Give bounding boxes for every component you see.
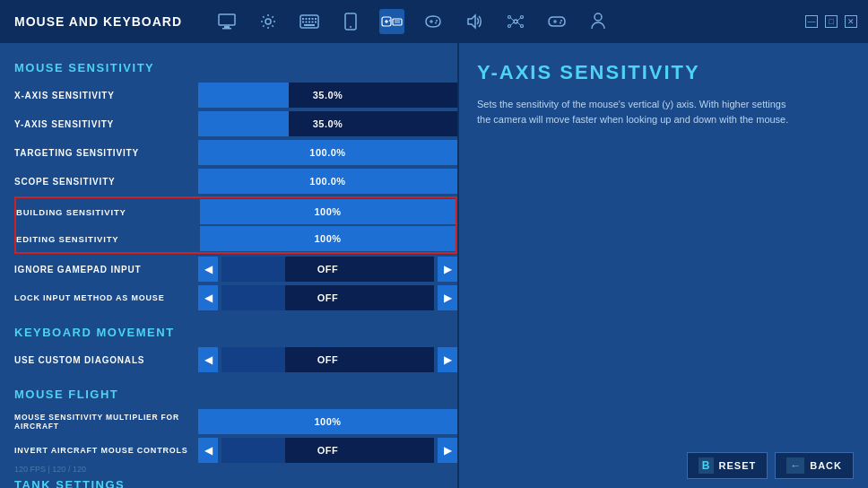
main-content: MOUSE SENSITIVITY X-AXIS SENSITIVITY 35.… bbox=[0, 43, 868, 488]
right-panel: Y-AXIS SENSITIVITY Sets the sensitivity … bbox=[457, 43, 868, 488]
svg-point-21 bbox=[389, 20, 391, 22]
svg-point-41 bbox=[560, 20, 562, 22]
svg-point-43 bbox=[595, 13, 602, 21]
custom-diag-value: OFF bbox=[221, 354, 434, 365]
mouse-flight-title: MOUSE FLIGHT bbox=[14, 388, 457, 401]
custom-diag-toggle: ◀ OFF ▶ bbox=[198, 347, 457, 372]
phone-icon[interactable] bbox=[338, 9, 363, 34]
sensitivity-aircraft-label: MOUSE SENSITIVITY MULTIPLIER FOR AIRCRAF… bbox=[14, 413, 198, 431]
ignore-gamepad-right-arrow[interactable]: ▶ bbox=[438, 257, 457, 282]
volume-icon[interactable] bbox=[462, 9, 487, 34]
gear-icon[interactable] bbox=[256, 9, 281, 34]
custom-diag-right-arrow[interactable]: ▶ bbox=[438, 347, 457, 372]
editing-slider[interactable]: 100% bbox=[200, 226, 456, 251]
svg-point-30 bbox=[514, 20, 517, 23]
minimize-button[interactable]: — bbox=[805, 15, 818, 28]
reset-icon: B bbox=[699, 458, 714, 474]
back-button[interactable]: ← BACK bbox=[775, 452, 854, 479]
svg-rect-2 bbox=[222, 28, 231, 30]
detail-title: Y-AXIS SENSITIVITY bbox=[477, 61, 850, 84]
svg-point-3 bbox=[265, 19, 271, 24]
building-value: 100% bbox=[200, 206, 456, 217]
invert-aircraft-label: INVERT AIRCRAFT MOUSE CONTROLS bbox=[14, 446, 198, 455]
svg-rect-11 bbox=[306, 22, 308, 23]
invert-aircraft-right-arrow[interactable]: ▶ bbox=[438, 438, 457, 463]
mouse-sensitivity-title: MOUSE SENSITIVITY bbox=[14, 61, 457, 74]
fps-counter: 120 FPS | 120 / 120 bbox=[14, 465, 86, 474]
ignore-gamepad-toggle: ◀ OFF ▶ bbox=[198, 257, 457, 282]
x-axis-label: X-AXIS SENSITIVITY bbox=[14, 91, 198, 100]
controller-kb-icon[interactable] bbox=[379, 9, 404, 34]
lock-input-right-arrow[interactable]: ▶ bbox=[438, 285, 457, 310]
reset-button[interactable]: B RESET bbox=[687, 452, 768, 479]
invert-aircraft-toggle: ◀ OFF ▶ bbox=[198, 438, 457, 463]
svg-rect-10 bbox=[302, 22, 304, 23]
svg-rect-22 bbox=[393, 19, 402, 25]
maximize-button[interactable]: □ bbox=[825, 15, 838, 28]
scope-slider[interactable]: 100.0% bbox=[198, 169, 457, 194]
custom-diag-left-arrow[interactable]: ◀ bbox=[198, 347, 218, 372]
svg-point-34 bbox=[521, 25, 524, 28]
svg-point-33 bbox=[508, 25, 511, 28]
editing-value: 100% bbox=[200, 233, 456, 244]
tank-settings-title: TANK SETTINGS bbox=[14, 478, 457, 488]
custom-diag-value-wrap: OFF bbox=[221, 347, 434, 372]
top-bar: MOUSE AND KEYBOARD bbox=[0, 0, 868, 43]
scope-row: SCOPE SENSITIVITY 100.0% bbox=[14, 168, 457, 195]
monitor-icon[interactable] bbox=[214, 9, 239, 34]
keyboard-movement-title: KEYBOARD MOVEMENT bbox=[14, 326, 457, 339]
ignore-gamepad-label: IGNORE GAMEPAD INPUT bbox=[14, 265, 198, 274]
custom-diag-row: USE CUSTOM DIAGONALS ◀ OFF ▶ bbox=[14, 346, 457, 373]
invert-aircraft-value: OFF bbox=[221, 445, 434, 456]
invert-aircraft-left-arrow[interactable]: ◀ bbox=[198, 438, 218, 463]
targeting-value: 100.0% bbox=[198, 147, 457, 158]
targeting-slider[interactable]: 100.0% bbox=[198, 140, 457, 165]
gamepad-icon[interactable] bbox=[421, 9, 446, 34]
nav-icons bbox=[214, 9, 611, 34]
svg-point-28 bbox=[435, 22, 437, 24]
scope-value: 100.0% bbox=[198, 176, 457, 187]
svg-rect-6 bbox=[306, 18, 308, 20]
svg-rect-15 bbox=[304, 24, 315, 26]
svg-point-17 bbox=[350, 26, 352, 28]
svg-rect-5 bbox=[302, 18, 304, 20]
ignore-gamepad-value-wrap: OFF bbox=[221, 257, 434, 282]
lock-input-left-arrow[interactable]: ◀ bbox=[198, 285, 218, 310]
editing-row: EDITING SENSITIVITY 100% bbox=[16, 225, 456, 252]
lock-input-label: LOCK INPUT METHOD AS MOUSE bbox=[14, 293, 198, 302]
svg-point-42 bbox=[560, 22, 561, 24]
person-icon[interactable] bbox=[586, 9, 611, 34]
close-button[interactable]: ✕ bbox=[845, 15, 857, 28]
svg-rect-0 bbox=[219, 14, 235, 25]
svg-point-32 bbox=[521, 16, 524, 19]
x-axis-slider[interactable]: 35.0% bbox=[198, 83, 457, 108]
y-axis-value: 35.0% bbox=[198, 118, 457, 129]
left-panel: MOUSE SENSITIVITY X-AXIS SENSITIVITY 35.… bbox=[0, 43, 457, 488]
page-title: MOUSE AND KEYBOARD bbox=[14, 14, 182, 29]
back-label: BACK bbox=[810, 460, 842, 471]
controller-icon[interactable] bbox=[544, 9, 569, 34]
window-controls: — □ ✕ bbox=[805, 15, 857, 28]
targeting-label: TARGETING SENSITIVITY bbox=[14, 148, 198, 158]
ignore-gamepad-row: IGNORE GAMEPAD INPUT ◀ OFF ▶ bbox=[14, 256, 457, 283]
svg-rect-13 bbox=[312, 22, 314, 23]
invert-aircraft-value-wrap: OFF bbox=[221, 438, 434, 463]
building-slider[interactable]: 100% bbox=[200, 199, 456, 224]
lock-input-toggle: ◀ OFF ▶ bbox=[198, 285, 457, 310]
x-axis-row: X-AXIS SENSITIVITY 35.0% bbox=[14, 82, 457, 109]
ignore-gamepad-left-arrow[interactable]: ◀ bbox=[198, 257, 218, 282]
svg-line-35 bbox=[511, 18, 515, 21]
y-axis-label: Y-AXIS SENSITIVITY bbox=[14, 119, 198, 129]
svg-rect-1 bbox=[224, 26, 230, 28]
svg-rect-9 bbox=[315, 18, 317, 20]
detail-description: Sets the sensitivity of the mouse's vert… bbox=[477, 97, 800, 126]
keyboard-icon[interactable] bbox=[297, 9, 322, 34]
svg-marker-29 bbox=[468, 15, 475, 28]
ignore-gamepad-value: OFF bbox=[221, 264, 434, 274]
svg-rect-12 bbox=[308, 22, 310, 23]
sensitivity-aircraft-slider[interactable]: 100% bbox=[198, 409, 457, 434]
y-axis-slider[interactable]: 35.0% bbox=[198, 111, 457, 136]
network-icon[interactable] bbox=[503, 9, 528, 34]
svg-line-38 bbox=[517, 22, 521, 25]
y-axis-row: Y-AXIS SENSITIVITY 35.0% bbox=[14, 110, 457, 137]
